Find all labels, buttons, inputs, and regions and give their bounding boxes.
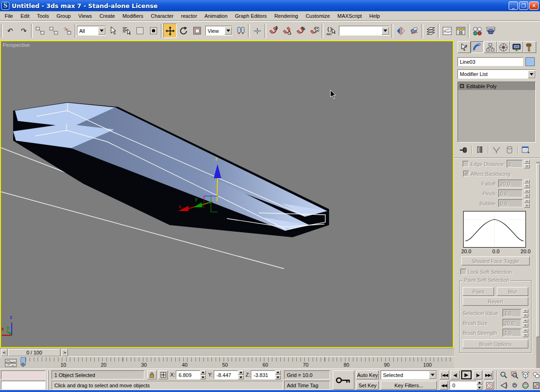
maxscript-listener-white[interactable] [1, 381, 45, 390]
menu-graph-editors[interactable]: Graph Editors [231, 12, 270, 20]
frame-spinner[interactable] [477, 381, 482, 390]
blur-button[interactable]: Blur [497, 287, 528, 296]
tab-modify[interactable] [471, 41, 484, 53]
schematic-view-button[interactable] [454, 23, 467, 38]
play-button[interactable]: ▶ [461, 370, 472, 379]
menu-reactor[interactable]: reactor [177, 12, 201, 20]
brush-strength-field[interactable]: 1.0 [502, 329, 521, 337]
menu-animation[interactable]: Animation [201, 12, 231, 20]
zoom-all-button[interactable] [510, 370, 519, 380]
redo-button[interactable]: ↷ [17, 23, 30, 38]
key-filters-button[interactable]: Key Filters... [381, 381, 437, 390]
maximize-viewport-toggle[interactable] [531, 381, 540, 390]
pin-stack-button[interactable] [458, 145, 470, 155]
time-slider-track[interactable]: < 0 / 100 > [0, 348, 454, 356]
rectangular-selection-region-button[interactable] [133, 23, 147, 38]
brush-options-button[interactable]: Brush Options [463, 339, 528, 348]
select-and-scale-button[interactable] [190, 23, 204, 38]
z-coord-field[interactable]: -3.831 [251, 370, 275, 379]
bubble-spinner[interactable] [524, 199, 530, 208]
select-by-name-button[interactable] [120, 23, 133, 38]
reference-coordsys-dropdown[interactable]: View [205, 26, 232, 36]
time-configuration-button[interactable] [485, 381, 494, 390]
paint-button[interactable]: Paint [463, 287, 494, 296]
zoom-extents-all-button[interactable] [531, 370, 540, 380]
menu-help[interactable]: Help [366, 12, 384, 20]
z-coord-spinner[interactable] [275, 370, 281, 379]
tab-display[interactable] [510, 41, 523, 53]
selection-value-spinner[interactable] [523, 309, 528, 317]
menu-group[interactable]: Group [52, 12, 75, 20]
zoom-button[interactable] [499, 370, 509, 380]
percent-snap-button[interactable]: % [294, 23, 308, 38]
add-time-tag[interactable]: Add Time Tag [284, 381, 330, 390]
y-coord-spinner[interactable] [238, 370, 244, 379]
tab-utilities[interactable] [523, 41, 536, 53]
tab-create[interactable] [458, 41, 471, 53]
next-frame-button[interactable]: |▶ [473, 370, 482, 379]
revert-button[interactable]: Revert [463, 297, 528, 306]
next-frame-arrow[interactable]: > [61, 349, 68, 356]
brush-strength-spinner[interactable] [523, 329, 528, 337]
falloff-spinner[interactable] [524, 180, 530, 188]
auto-key-button[interactable]: Auto Key [356, 370, 379, 379]
spinner-snap-button[interactable] [308, 23, 321, 38]
menu-views[interactable]: Views [75, 12, 96, 20]
angle-snap-button[interactable] [280, 23, 294, 38]
go-to-start-button[interactable]: |◀◀ [440, 370, 449, 379]
modifier-list-dropdown[interactable]: Modifier List [458, 69, 536, 79]
pinch-field[interactable]: 0.0 [498, 189, 523, 197]
brush-size-field[interactable]: 20.0 [502, 319, 521, 327]
set-key-button[interactable]: Set Key [356, 381, 379, 390]
menu-customize[interactable]: Customize [302, 12, 334, 20]
field-of-view-button[interactable] [499, 381, 509, 390]
menu-character[interactable]: Character [147, 12, 177, 20]
menu-rendering[interactable]: Rendering [270, 12, 302, 20]
current-frame-field[interactable]: 0 [450, 381, 477, 390]
lock-soft-selection-checkbox[interactable] [460, 269, 466, 275]
object-name-field[interactable]: Line03 [458, 57, 523, 66]
y-coord-field[interactable]: -8.447 [214, 370, 238, 379]
remove-modifier-button[interactable] [503, 145, 516, 155]
affect-backfacing-checkbox[interactable]: ✓ [463, 171, 469, 177]
undo-button[interactable]: ↶ [3, 23, 17, 38]
go-to-end-button[interactable]: ▶▶| [484, 370, 493, 379]
select-and-move-button[interactable] [163, 23, 177, 38]
absolute-offset-toggle[interactable] [158, 370, 168, 379]
menu-create[interactable]: Create [96, 12, 119, 20]
selection-filter-dropdown[interactable]: All [77, 26, 106, 36]
timeline-ruler[interactable]: 0 10 20 30 40 50 60 70 80 90 100 [22, 357, 452, 369]
layer-manager-button[interactable] [424, 23, 437, 38]
mirror-button[interactable] [394, 23, 407, 38]
keyset-selection-dropdown[interactable]: Selected [381, 370, 437, 379]
falloff-field[interactable]: 20.0 [498, 180, 523, 188]
arc-rotate-button[interactable] [520, 381, 530, 390]
pan-button[interactable] [510, 381, 519, 390]
named-selection-dropdown[interactable] [339, 26, 390, 36]
configure-modifier-sets-button[interactable] [520, 145, 532, 155]
use-pivot-point-center-button[interactable] [234, 23, 248, 38]
expand-icon[interactable]: + [460, 84, 464, 88]
open-mini-curve-editor-button[interactable] [3, 358, 19, 368]
stack-item-editable-poly[interactable]: + Editable Poly [458, 82, 535, 90]
close-button[interactable]: ✕ [529, 1, 539, 10]
previous-frame-button[interactable]: ◀| [450, 370, 460, 379]
listener-splitter[interactable] [47, 370, 49, 390]
tab-motion[interactable] [497, 41, 510, 53]
pinch-spinner[interactable] [524, 189, 530, 198]
x-coord-field[interactable]: 6.809 [176, 370, 200, 379]
scene-model[interactable] [1, 41, 453, 347]
select-object-button[interactable] [106, 23, 120, 38]
menu-modifiers[interactable]: Modifiers [119, 12, 147, 20]
select-and-rotate-button[interactable] [177, 23, 190, 38]
menu-edit[interactable]: Edit [17, 12, 33, 20]
menu-maxscript[interactable]: MAXScript [334, 12, 366, 20]
material-editor-button[interactable] [470, 23, 484, 38]
render-scene-button[interactable] [484, 23, 497, 38]
select-and-manipulate-button[interactable] [250, 23, 264, 38]
x-coord-spinner[interactable] [200, 370, 206, 379]
edge-distance-spinner[interactable] [524, 160, 530, 168]
time-slider-button[interactable]: 0 / 100 [8, 349, 60, 356]
track-bar[interactable]: 0 10 20 30 40 50 60 70 80 90 100 [0, 356, 454, 369]
menu-file[interactable]: File [1, 12, 17, 20]
